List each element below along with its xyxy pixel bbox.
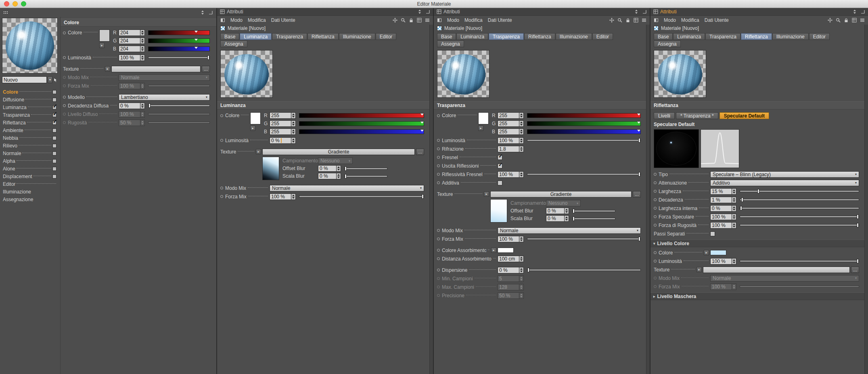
gradient-marker[interactable] bbox=[637, 113, 640, 116]
texture-thumbnail[interactable] bbox=[490, 199, 507, 223]
value-stepper[interactable] bbox=[140, 46, 145, 52]
texture-thumbnail[interactable] bbox=[262, 157, 279, 180]
tab-trasparenza[interactable]: Trasparenza bbox=[489, 33, 524, 40]
keyframe-dot-icon[interactable] bbox=[63, 96, 66, 99]
value-stepper[interactable] bbox=[732, 205, 736, 212]
material-preview[interactable] bbox=[654, 50, 706, 98]
channel-checkbox[interactable] bbox=[52, 144, 56, 148]
checkbox-uscita-riflessioni[interactable]: ✓ bbox=[498, 164, 502, 168]
channel-checkbox[interactable] bbox=[52, 167, 56, 171]
keyframe-dot-icon[interactable] bbox=[437, 173, 440, 176]
menu-icon[interactable] bbox=[642, 18, 646, 23]
channel-item-alone[interactable]: Alone bbox=[2, 165, 58, 172]
tab-trasparenza[interactable]: Trasparenza bbox=[705, 33, 740, 40]
channel-checkbox[interactable] bbox=[52, 174, 56, 179]
search-icon[interactable] bbox=[401, 18, 406, 23]
value-field-larghezza[interactable]: 15 % bbox=[710, 188, 732, 195]
dropdown-modo-mix[interactable]: Normale▾ bbox=[270, 185, 424, 191]
gradient-bar-green[interactable] bbox=[527, 121, 641, 126]
grid-icon[interactable] bbox=[852, 18, 857, 23]
tab-illuminazione[interactable]: Illuminazione bbox=[339, 33, 375, 40]
minimize-window-button[interactable] bbox=[13, 1, 18, 6]
keyframe-dot-icon[interactable] bbox=[437, 147, 440, 150]
slider-track[interactable] bbox=[572, 210, 615, 212]
channel-item-ambiente[interactable]: Ambiente bbox=[2, 126, 58, 134]
slider-handle[interactable] bbox=[857, 223, 859, 227]
gradient-bar-blue[interactable] bbox=[148, 46, 210, 51]
value-stepper[interactable] bbox=[732, 258, 736, 265]
expand-arrow-icon[interactable]: ▸ bbox=[256, 149, 261, 154]
slider-track[interactable] bbox=[148, 113, 210, 115]
tab-assegna[interactable]: Assegna bbox=[654, 40, 681, 47]
checkbox-fresnel[interactable]: ✓ bbox=[498, 155, 502, 160]
value-stepper[interactable] bbox=[519, 267, 524, 273]
value-field-decadenza[interactable]: 1 % bbox=[710, 197, 732, 203]
gradient-bar-blue[interactable] bbox=[527, 129, 641, 134]
expand-arrow-icon[interactable]: ▸ bbox=[99, 43, 105, 48]
keyframe-dot-icon[interactable] bbox=[437, 237, 440, 240]
keyframe-dot-icon[interactable] bbox=[63, 84, 66, 87]
updown-arrows-icon[interactable] bbox=[852, 9, 857, 14]
dropdown-modo-mix[interactable]: Normale▾ bbox=[710, 275, 859, 282]
browse-texture-button[interactable]: ... bbox=[416, 149, 424, 155]
keyframe-dot-icon[interactable] bbox=[654, 260, 657, 263]
material-row[interactable]: Materiale [Nuovo] bbox=[650, 24, 868, 32]
panel-mode-icon[interactable] bbox=[654, 18, 659, 23]
fullscreen-window-button[interactable] bbox=[21, 1, 26, 6]
dropdown-campionamento[interactable]: Nessuno▾ bbox=[546, 200, 581, 206]
dropdown-tipo[interactable]: Speculare – Blinn (Legacy)▾ bbox=[710, 171, 859, 178]
updown-arrows-icon[interactable] bbox=[634, 9, 639, 14]
value-stepper[interactable] bbox=[140, 120, 145, 126]
dropdown-modello[interactable]: Lambertiano▾ bbox=[119, 94, 210, 101]
value-stepper[interactable] bbox=[519, 236, 524, 242]
slider-track[interactable] bbox=[527, 173, 641, 175]
color-swatch[interactable] bbox=[478, 112, 489, 124]
keyframe-dot-icon[interactable] bbox=[654, 215, 657, 218]
channel-checkbox[interactable]: ✓ bbox=[52, 113, 56, 117]
channel-checkbox[interactable]: ✓ bbox=[52, 105, 56, 109]
keyframe-dot-icon[interactable] bbox=[654, 224, 657, 227]
value-field-forza-mix[interactable]: 100 % bbox=[710, 284, 732, 290]
slider-handle[interactable] bbox=[757, 189, 759, 193]
value-field-forza-mix[interactable]: 100 % bbox=[270, 193, 291, 200]
value-stepper[interactable] bbox=[732, 188, 736, 195]
color-swatch[interactable] bbox=[99, 29, 110, 42]
tab-illuminazione[interactable]: Illuminazione bbox=[556, 33, 592, 40]
menu-modo[interactable]: Modo bbox=[230, 17, 243, 23]
channel-checkbox[interactable] bbox=[52, 128, 56, 132]
value-stepper[interactable] bbox=[140, 38, 145, 44]
slider-handle[interactable] bbox=[345, 166, 347, 171]
channel-item-diffusione[interactable]: Diffusione bbox=[2, 96, 58, 103]
value-field-forza-di-rugosit[interactable]: 100 % bbox=[710, 222, 732, 229]
value-field-colore-b[interactable]: 255 bbox=[498, 128, 519, 135]
value-stepper[interactable] bbox=[140, 55, 145, 61]
expand-arrow-icon[interactable]: ▸ bbox=[704, 250, 709, 255]
slider-track[interactable] bbox=[740, 286, 859, 288]
checkbox-additiva[interactable] bbox=[498, 181, 502, 185]
value-field-rugosit[interactable]: 50 % bbox=[119, 120, 140, 126]
keyframe-dot-icon[interactable] bbox=[437, 286, 440, 288]
slider-track[interactable] bbox=[527, 139, 641, 141]
value-field-max-campioni[interactable]: 128 bbox=[498, 284, 519, 290]
slider-handle[interactable] bbox=[573, 209, 575, 213]
slider-handle[interactable] bbox=[207, 55, 209, 60]
value-stepper[interactable] bbox=[291, 193, 296, 200]
slider-handle[interactable] bbox=[149, 103, 151, 108]
material-name-input[interactable] bbox=[2, 76, 47, 83]
button-trasparenza[interactable]: * Trasparenza * bbox=[676, 112, 718, 119]
tab-base[interactable]: Base bbox=[437, 33, 456, 40]
gradient-bar-blue[interactable] bbox=[299, 129, 424, 134]
keyframe-dot-icon[interactable] bbox=[63, 104, 66, 107]
keyframe-dot-icon[interactable] bbox=[654, 285, 657, 288]
value-stepper[interactable] bbox=[519, 171, 524, 178]
value-stepper[interactable] bbox=[519, 292, 524, 299]
value-field-larghezza-interna[interactable]: 0 % bbox=[710, 205, 732, 212]
value-stepper[interactable] bbox=[140, 83, 145, 89]
keyframe-dot-icon[interactable] bbox=[437, 277, 440, 280]
menu-dati-utente[interactable]: Dati Utente bbox=[271, 17, 295, 23]
value-stepper[interactable] bbox=[519, 137, 524, 144]
keyframe-dot-icon[interactable] bbox=[654, 190, 657, 193]
scrollbar-track[interactable] bbox=[646, 25, 650, 374]
value-field-forza-mix[interactable]: 100 % bbox=[119, 83, 140, 89]
channel-item-alpha[interactable]: Alpha bbox=[2, 157, 58, 165]
